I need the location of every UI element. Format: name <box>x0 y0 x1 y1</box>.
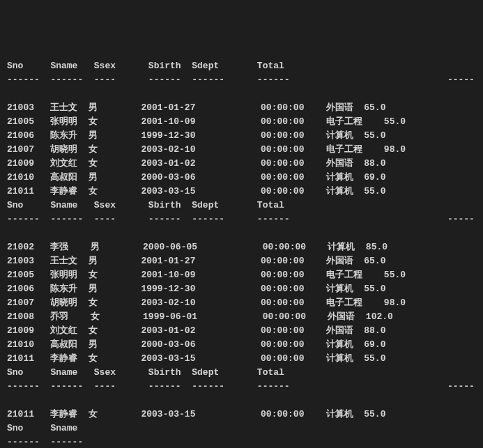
terminal-output: Sno Sname Ssex Sbirth Sdept Total ------… <box>7 59 476 448</box>
